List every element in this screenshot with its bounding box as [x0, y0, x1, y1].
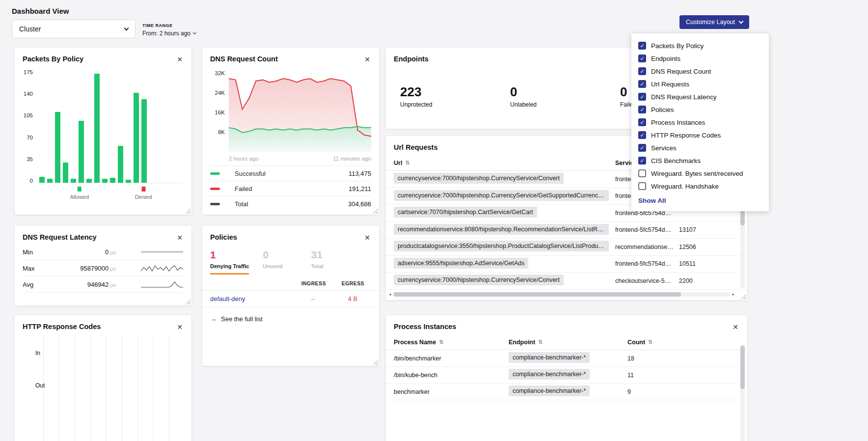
process-instances-card: Process Instances ✕ Process Name⇅Endpoin… [386, 315, 747, 441]
x-axis-start-label: 2 hours ago [229, 156, 259, 162]
customize-menu-item[interactable]: Wireguard. Handshake [631, 180, 769, 193]
resize-handle[interactable] [185, 208, 190, 214]
horizontal-scrollbar[interactable]: ◂ ▸ [389, 291, 734, 297]
url-cell: currencyservice:7000/hipstershop.Currenc… [394, 173, 615, 185]
customize-menu-item[interactable]: ✓CIS Benchmarks [631, 154, 769, 167]
sort-icon: ⇅ [405, 160, 409, 166]
column-header[interactable]: Count⇅ [627, 339, 731, 346]
close-icon[interactable]: ✕ [732, 323, 739, 331]
customize-menu-item[interactable]: ✓Process Instances [631, 116, 769, 129]
dns-request-latency-card: DNS Request Latency ✕ Min0µsMax95879000µ… [15, 226, 191, 305]
process-name-cell: benchmarker [394, 388, 509, 395]
menu-item-label: Services [651, 144, 677, 152]
table-body: /bin/benchmarkercompliance-benchmarker-*… [386, 350, 747, 400]
close-icon[interactable]: ✕ [176, 233, 184, 242]
checkbox-checked-icon[interactable]: ✓ [638, 55, 646, 62]
column-header-ingress[interactable]: INGRESS [301, 280, 326, 286]
table-row: recommendationservice:8080/hipstershop.R… [386, 222, 747, 239]
endpoint-chip: compliance-benchmarker-* [509, 352, 590, 363]
column-header[interactable]: Process Name⇅ [394, 339, 509, 346]
customize-menu-item[interactable]: ✓HTTP Response Codes [631, 129, 769, 141]
resize-handle[interactable] [741, 294, 746, 299]
checkbox-checked-icon[interactable]: ✓ [638, 144, 646, 152]
legend-value: 191,211 [349, 185, 371, 193]
checkbox-checked-icon[interactable]: ✓ [638, 106, 646, 113]
customize-menu-item[interactable]: ✓Policies [631, 103, 769, 116]
service-cell: recommendationse… [615, 244, 679, 250]
y-tick-label: 140 [20, 91, 33, 97]
time-range-value[interactable]: From: 2 hours ago [142, 30, 196, 37]
checkbox-checked-icon[interactable]: ✓ [638, 42, 646, 50]
table-row: default-deny–4 B [202, 291, 379, 307]
customize-menu-item[interactable]: ✓DNS Request Latency [631, 90, 769, 103]
customize-menu-item[interactable]: ✓Endpoints [631, 52, 769, 65]
legend-row: Failed191,211 [210, 181, 371, 196]
bar [71, 179, 76, 183]
legend-value: 113,475 [349, 170, 371, 177]
customize-menu-item[interactable]: ✓Packets By Policy [631, 39, 769, 52]
scrollbar-thumb[interactable] [394, 292, 681, 297]
bar [102, 179, 108, 183]
customize-menu-items: ✓Packets By Policy✓Endpoints✓DNS Request… [631, 39, 769, 193]
http-response-codes-card: HTTP Response Codes ✕ InOut [15, 315, 191, 441]
bar [47, 179, 53, 183]
checkbox-checked-icon[interactable]: ✓ [638, 67, 646, 75]
bar [63, 163, 68, 183]
count-cell: 12506 [679, 244, 732, 250]
show-all-link[interactable]: Show All [631, 193, 769, 204]
count-cell: 13107 [679, 226, 732, 233]
y-tick-label: 16K [210, 110, 225, 115]
checkbox-checked-icon[interactable]: ✓ [638, 131, 646, 139]
view-scope-select[interactable]: Cluster [12, 20, 136, 38]
url-cell: currencyservice:7000/hipstershop.Currenc… [394, 190, 615, 202]
stat-value: 223 [400, 84, 510, 100]
table-row: currencyservice:7000/hipstershop.Currenc… [386, 273, 747, 290]
scroll-left-arrow[interactable]: ◂ [389, 292, 391, 297]
close-icon[interactable]: ✕ [363, 233, 371, 242]
card-title: Policies [210, 233, 237, 241]
see-full-list-link[interactable]: → See the full list [202, 307, 379, 331]
checkbox-checked-icon[interactable]: ✓ [638, 157, 646, 165]
stat-value: 0 [263, 249, 297, 261]
process-name-cell: /bin/benchmarker [394, 355, 509, 362]
resize-handle[interactable] [373, 208, 378, 214]
service-cell: frontend-5fc5754db… [615, 226, 679, 233]
resize-handle[interactable] [185, 299, 190, 304]
customize-menu-item[interactable]: ✓Url Requests [631, 78, 769, 90]
scroll-right-arrow[interactable]: ▸ [732, 292, 734, 297]
arrow-right-icon: → [210, 315, 217, 323]
customize-menu-item[interactable]: Wireguard. Bytes sent/received [631, 167, 769, 180]
stat-label: Unlabeled [510, 101, 620, 108]
bar [39, 177, 45, 183]
checkbox-unchecked-icon[interactable] [638, 169, 646, 177]
column-header-egress[interactable]: EGRESS [342, 280, 364, 286]
count-cell: 9 [627, 388, 731, 395]
legend-label: Successful [235, 170, 266, 177]
vertical-scrollbar[interactable] [740, 345, 745, 441]
checkbox-checked-icon[interactable]: ✓ [638, 93, 646, 101]
checkbox-unchecked-icon[interactable] [638, 182, 646, 190]
latency-number: 0 [105, 248, 108, 256]
policy-name-link[interactable]: default-deny [210, 295, 300, 303]
resize-handle[interactable] [373, 359, 378, 365]
y-tick-label: 70 [20, 135, 33, 140]
checkbox-checked-icon[interactable]: ✓ [638, 118, 646, 126]
column-header[interactable]: Url⇅ [394, 160, 615, 166]
url-chip: cartservice:7070/hipstershop.CartService… [394, 207, 537, 218]
stat-value: 0 [510, 84, 620, 100]
table-row: adservice:9555/hipstershop.AdService/Get… [386, 256, 747, 273]
latency-number: 946942 [87, 281, 108, 288]
axis-group-label: Allowed [70, 194, 89, 200]
close-icon[interactable]: ✕ [176, 323, 184, 331]
customize-layout-button[interactable]: Customize Layout [679, 15, 749, 29]
close-icon[interactable]: ✕ [176, 55, 184, 64]
checkbox-checked-icon[interactable]: ✓ [638, 80, 646, 88]
card-title: Packets By Policy [23, 55, 83, 63]
close-icon[interactable]: ✕ [363, 55, 371, 64]
column-header[interactable]: Endpoint⇅ [509, 339, 627, 346]
scrollbar-track[interactable] [393, 292, 731, 297]
menu-item-label: Wireguard. Handshake [651, 183, 719, 190]
customize-menu-item[interactable]: ✓DNS Request Count [631, 65, 769, 78]
scrollbar-thumb[interactable] [740, 346, 745, 389]
customize-menu-item[interactable]: ✓Services [631, 141, 769, 154]
